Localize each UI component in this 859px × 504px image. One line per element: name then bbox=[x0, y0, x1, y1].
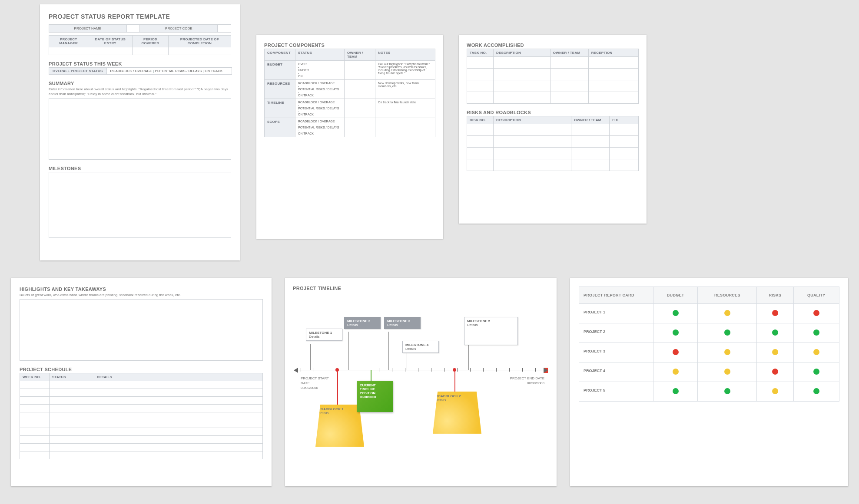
status-dot-icon bbox=[673, 310, 679, 316]
timeline-axis bbox=[297, 370, 544, 370]
timeline-area: MILESTONE 1Details MILESTONE 2Details MI… bbox=[293, 292, 549, 457]
status-dot-icon bbox=[813, 388, 819, 394]
milestone-3: MILESTONE 3Details bbox=[384, 317, 421, 329]
status-dot-icon bbox=[724, 310, 730, 316]
current-position-sticky: CURRENT TIMELINE POSITION 00/00/0000 bbox=[357, 381, 393, 412]
status-dot-icon bbox=[724, 388, 730, 394]
status-dot-icon bbox=[673, 329, 679, 336]
table-row bbox=[20, 444, 263, 451]
summary-box[interactable] bbox=[49, 98, 231, 160]
project-name: PROJECT 4 bbox=[579, 362, 653, 382]
page-title: PROJECT STATUS REPORT TEMPLATE bbox=[49, 13, 231, 20]
status-dot-icon bbox=[772, 329, 778, 336]
table-row bbox=[20, 405, 263, 412]
table-row bbox=[20, 436, 263, 444]
start-caption: PROJECT START DATE00/00/0000 bbox=[301, 376, 338, 390]
risks-table: RISK NO.DESCRIPTIONOWNER / TEAMFIX bbox=[467, 116, 639, 171]
status-dot-icon bbox=[673, 349, 679, 355]
project-id-table: PROJECT NAMEPROJECT CODE bbox=[49, 24, 231, 33]
project-meta-table: PROJECT MANAGER DATE OF STATUS ENTRY PER… bbox=[49, 35, 231, 55]
template-page-6: PROJECT REPORT CARD BUDGET RESOURCES RIS… bbox=[570, 278, 848, 486]
milestones-box[interactable] bbox=[49, 172, 231, 238]
table-row bbox=[20, 451, 263, 459]
schedule-title: PROJECT SCHEDULE bbox=[20, 367, 263, 372]
table-row: PROJECT 1 bbox=[579, 304, 839, 323]
summary-hint: Enter information here about overall sta… bbox=[49, 87, 231, 96]
highlights-box[interactable] bbox=[20, 299, 263, 361]
project-name: PROJECT 2 bbox=[579, 323, 653, 343]
table-row bbox=[20, 397, 263, 405]
table-row: PROJECT 2 bbox=[579, 323, 839, 343]
roadblock-line-2 bbox=[454, 370, 455, 394]
table-row: PROJECT 4 bbox=[579, 362, 839, 382]
report-card-table: PROJECT REPORT CARD BUDGET RESOURCES RIS… bbox=[579, 287, 839, 402]
template-page-2: PROJECT COMPONENTS COMPONENT STATUS OWNE… bbox=[256, 35, 443, 239]
template-page-5: PROJECT TIMELINE MILESTONE 1Details MILE… bbox=[285, 278, 557, 486]
table-row: PROJECT 5 bbox=[579, 382, 839, 402]
table-row bbox=[20, 428, 263, 436]
status-dot-icon bbox=[813, 310, 819, 316]
status-dot-icon bbox=[813, 369, 819, 375]
roadblock-line-1 bbox=[337, 370, 338, 407]
project-name: PROJECT 1 bbox=[579, 304, 653, 323]
table-row bbox=[20, 412, 263, 420]
template-page-4: HIGHLIGHTS AND KEY TAKEAWAYS Bullets of … bbox=[11, 278, 272, 486]
table-row bbox=[20, 389, 263, 397]
components-table: COMPONENT STATUS OWNER / TEAM NOTES BUDG… bbox=[264, 49, 435, 137]
project-name: PROJECT 5 bbox=[579, 382, 653, 402]
table-row bbox=[20, 420, 263, 428]
roadblock-2: ROADBLOCK 2Details bbox=[433, 392, 481, 434]
status-dot-icon bbox=[673, 369, 679, 375]
work-title: WORK ACCOMPLISHED bbox=[467, 43, 639, 48]
end-caption: PROJECT END DATE00/00/0000 bbox=[507, 376, 544, 385]
status-dot-icon bbox=[772, 310, 778, 316]
schedule-table: WEEK NO.STATUSDETAILS bbox=[20, 373, 263, 459]
status-dot-icon bbox=[673, 388, 679, 394]
milestone-5: MILESTONE 5Details bbox=[464, 317, 518, 345]
table-row bbox=[20, 381, 263, 389]
status-dot-icon bbox=[813, 329, 819, 336]
work-table: TASK NO.DESCRIPTIONOWNER / TEAMRECEPTION bbox=[467, 49, 639, 104]
milestones-title: MILESTONES bbox=[49, 166, 231, 171]
status-dot-icon bbox=[724, 369, 730, 375]
project-name: PROJECT 3 bbox=[579, 343, 653, 362]
status-dot-icon bbox=[724, 329, 730, 336]
arrow-right-icon bbox=[544, 368, 548, 373]
milestone-4: MILESTONE 4Details bbox=[402, 341, 439, 353]
risks-title: RISKS AND ROADBLOCKS bbox=[467, 110, 639, 115]
highlights-title: HIGHLIGHTS AND KEY TAKEAWAYS bbox=[20, 287, 263, 292]
template-page-1: PROJECT STATUS REPORT TEMPLATE PROJECT N… bbox=[40, 4, 240, 260]
status-bar: OVERALL PROJECT STATUS ROADBLOCK / OVERA… bbox=[49, 67, 232, 75]
table-row: PROJECT 3 bbox=[579, 343, 839, 362]
components-title: PROJECT COMPONENTS bbox=[264, 43, 435, 48]
highlights-hint: Bullets of great work, who owns what, wh… bbox=[20, 293, 263, 297]
summary-title: SUMMARY bbox=[49, 81, 231, 86]
milestone-2: MILESTONE 2Details bbox=[344, 317, 381, 329]
arrow-left-icon bbox=[294, 368, 298, 373]
template-page-3: WORK ACCOMPLISHED TASK NO.DESCRIPTIONOWN… bbox=[459, 35, 647, 224]
status-week-title: PROJECT STATUS THIS WEEK bbox=[49, 61, 231, 66]
status-dot-icon bbox=[772, 388, 778, 394]
status-dot-icon bbox=[772, 349, 778, 355]
milestone-1: MILESTONE 1Details bbox=[306, 329, 342, 341]
timeline-title: PROJECT TIMELINE bbox=[293, 286, 549, 291]
status-dot-icon bbox=[724, 349, 730, 355]
status-dot-icon bbox=[772, 369, 778, 375]
status-dot-icon bbox=[813, 349, 819, 355]
